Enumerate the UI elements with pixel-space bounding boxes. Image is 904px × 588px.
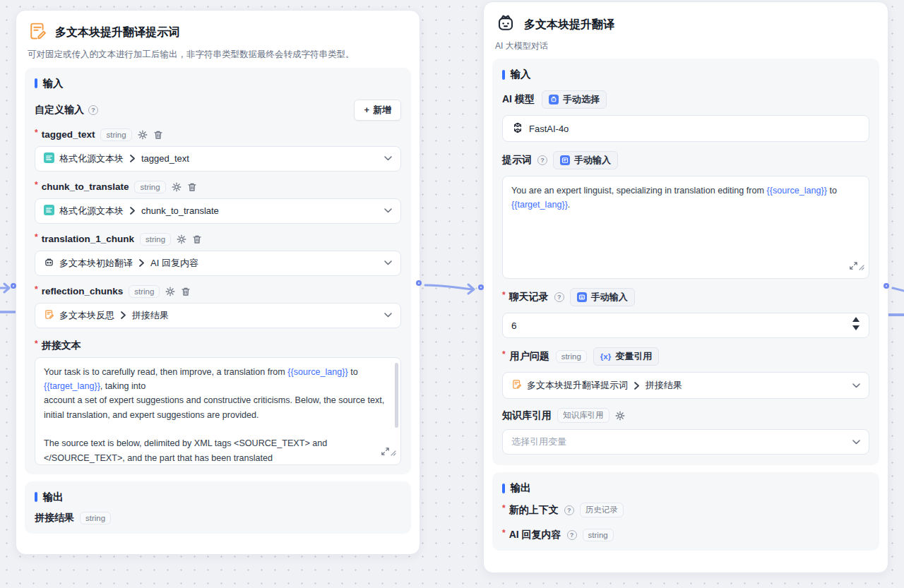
help-icon[interactable]: ? bbox=[567, 530, 577, 540]
required-asterisk: * bbox=[502, 349, 506, 359]
type-badge: string bbox=[129, 285, 160, 298]
robot-mini-icon bbox=[549, 95, 559, 104]
edge-outgoing-right[interactable] bbox=[893, 288, 904, 291]
type-badge: string bbox=[140, 233, 171, 246]
gear-icon[interactable] bbox=[138, 130, 148, 140]
gear-icon[interactable] bbox=[165, 287, 175, 296]
trash-icon[interactable] bbox=[187, 182, 197, 192]
prompt-mode-badge[interactable]: 手动输入 bbox=[553, 151, 618, 169]
chevron-down-icon bbox=[852, 383, 860, 388]
output-section-title: 输出 bbox=[511, 481, 531, 495]
input-section-title: 输入 bbox=[511, 68, 531, 81]
chevron-down-icon bbox=[384, 156, 392, 161]
history-mini-icon bbox=[577, 292, 587, 302]
concat-text-label: 拼接文本 bbox=[42, 340, 81, 352]
gear-icon[interactable] bbox=[177, 234, 186, 244]
gear-icon[interactable] bbox=[172, 182, 182, 192]
variable-ref-icon: {x} bbox=[600, 352, 611, 361]
node-title: 多文本块提升翻译提示词 bbox=[55, 25, 179, 40]
field-name: reflection_chunks bbox=[42, 286, 124, 296]
input-panel: 输入 AI 模型 手动选择 FastAI-4o 提示词 ? 手动输入 bbox=[492, 59, 879, 465]
help-icon[interactable]: ? bbox=[564, 505, 574, 515]
required-asterisk: * bbox=[502, 503, 506, 513]
chevron-right-icon bbox=[129, 155, 136, 162]
required-asterisk: * bbox=[35, 180, 38, 190]
question-label: 用户问题 bbox=[510, 350, 549, 363]
input-panel: 输入 自定义输入 ? + 新增 * tagged_text string bbox=[25, 68, 411, 474]
resize-grip-icon[interactable] bbox=[391, 446, 396, 460]
output-panel: 输出 * 新的上下文 ? 历史记录 * AI 回复内容 ? string bbox=[492, 472, 879, 551]
node-card-ai-chat[interactable]: 多文本块提升翻译 AI 大模型对话 输入 AI 模型 手动选择 FastAI-4… bbox=[483, 1, 888, 573]
chevron-right-icon bbox=[138, 259, 145, 267]
question-source-select[interactable]: 多文本块提升翻译提示词 拼接结果 bbox=[502, 372, 869, 399]
output-name: AI 回复内容 bbox=[509, 529, 561, 541]
expand-icon[interactable] bbox=[849, 260, 858, 275]
model-select[interactable]: FastAI-4o bbox=[502, 115, 869, 142]
section-accent-bar bbox=[502, 70, 505, 80]
help-icon[interactable]: ? bbox=[537, 155, 547, 165]
prompt-textarea[interactable]: You are an expert linguist, specializing… bbox=[502, 176, 869, 279]
kb-label: 知识库引用 bbox=[502, 409, 552, 422]
node-card-text-concat[interactable]: 多文本块提升翻译提示词 可对固定或传入的文本进行加工后输出，非字符串类型数据最终… bbox=[16, 10, 420, 555]
add-input-button[interactable]: + 新增 bbox=[354, 100, 401, 121]
chevron-down-icon bbox=[384, 313, 392, 318]
history-mode-badge[interactable]: 手动输入 bbox=[570, 288, 635, 306]
section-accent-bar bbox=[35, 78, 37, 88]
stepper-up-button[interactable] bbox=[852, 317, 860, 322]
trash-icon[interactable] bbox=[181, 287, 191, 296]
type-badge: string bbox=[583, 529, 614, 541]
output-port-left-card[interactable] bbox=[416, 280, 422, 286]
trash-icon[interactable] bbox=[153, 130, 163, 140]
required-asterisk: * bbox=[502, 528, 506, 538]
node-subtitle: AI 大模型对话 bbox=[495, 40, 876, 52]
variable-ref-badge[interactable]: {x} 变量引用 bbox=[593, 347, 659, 366]
field-name: translation_1_chunk bbox=[42, 234, 134, 244]
input-port-right-card[interactable] bbox=[478, 284, 484, 290]
edge-left-to-right-card[interactable] bbox=[425, 285, 473, 289]
value-source-select[interactable]: 多文本块初始翻译 AI 回复内容 bbox=[35, 251, 401, 276]
expand-icon[interactable] bbox=[381, 446, 390, 460]
resize-grip-icon[interactable] bbox=[859, 260, 864, 275]
field-name: chunk_to_translate bbox=[42, 181, 129, 192]
chevron-down-icon bbox=[852, 440, 860, 445]
chevron-right-icon bbox=[129, 207, 136, 215]
kb-variable-select[interactable]: 选择引用变量 bbox=[502, 429, 869, 455]
chevron-down-icon bbox=[384, 260, 392, 265]
prompt-label: 提示词 bbox=[502, 154, 532, 167]
plus-icon: + bbox=[364, 104, 369, 115]
field-name: tagged_text bbox=[42, 129, 95, 140]
value-source-select[interactable]: 多文本块反思 拼接结果 bbox=[35, 303, 401, 328]
chevron-right-icon bbox=[120, 311, 126, 319]
history-count-input[interactable]: 6 bbox=[502, 313, 869, 338]
value-source-select[interactable]: 格式化源文本块 tagged_text bbox=[35, 146, 401, 172]
doc-node-icon bbox=[511, 379, 522, 392]
custom-input-label: 自定义输入 bbox=[35, 104, 84, 116]
concat-text-textarea[interactable]: Your task is to carefully read, then imp… bbox=[35, 357, 401, 465]
output-name: 拼接结果 bbox=[35, 512, 74, 524]
node-header[interactable]: 多文本块提升翻译 AI 大模型对话 bbox=[484, 2, 888, 59]
robot-node-icon bbox=[44, 257, 54, 270]
scrollbar-thumb[interactable] bbox=[395, 363, 398, 428]
help-icon[interactable]: ? bbox=[88, 105, 98, 115]
required-asterisk: * bbox=[35, 232, 38, 242]
openai-logo-icon bbox=[511, 121, 524, 136]
model-mode-badge[interactable]: 手动选择 bbox=[542, 90, 607, 109]
input-port-left-card[interactable] bbox=[11, 283, 16, 289]
gear-icon[interactable] bbox=[615, 411, 625, 421]
type-badge: string bbox=[100, 128, 131, 141]
node-description: 可对固定或传入的文本进行加工后输出，非字符串类型数据最终会转成字符串类型。 bbox=[28, 49, 408, 61]
help-icon[interactable]: ? bbox=[554, 292, 564, 302]
section-accent-bar bbox=[502, 484, 505, 493]
doc-edit-icon bbox=[28, 21, 47, 44]
trash-icon[interactable] bbox=[192, 234, 202, 244]
node-header[interactable]: 多文本块提升翻译提示词 可对固定或传入的文本进行加工后输出，非字符串类型数据最终… bbox=[16, 11, 420, 68]
value-source-select[interactable]: 格式化源文本块 chunk_to_translate bbox=[35, 198, 401, 224]
stepper-down-button[interactable] bbox=[852, 325, 860, 330]
output-port-right-card[interactable] bbox=[884, 283, 889, 289]
kb-type-badge: 知识库引用 bbox=[557, 408, 609, 423]
output-name: 新的上下文 bbox=[509, 504, 559, 517]
robot-icon bbox=[495, 13, 516, 37]
chevron-right-icon bbox=[634, 382, 640, 390]
type-badge: string bbox=[80, 512, 111, 524]
required-asterisk: * bbox=[35, 284, 38, 294]
